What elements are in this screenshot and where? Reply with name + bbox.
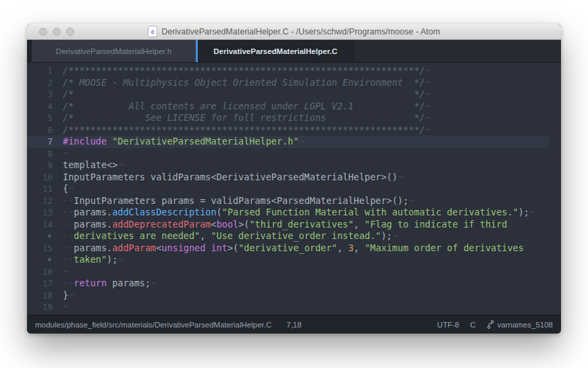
- zoom-button[interactable]: [66, 28, 74, 36]
- minimize-button[interactable]: [53, 28, 61, 36]
- tab-header-file[interactable]: DerivativeParsedMaterialHelper.h: [32, 40, 196, 62]
- code-text: ··InputParameters params = validParams<P…: [63, 195, 561, 207]
- tab-bar-empty-area: [353, 40, 561, 62]
- tab-source-file[interactable]: DerivativeParsedMaterialHelper.C: [198, 40, 353, 62]
- code-text: /* */¬: [63, 88, 561, 101]
- line-number: 15: [27, 242, 63, 255]
- status-bar: modules/phase_field/src/materials/Deriva…: [27, 315, 561, 334]
- eol-invisible: ¬: [408, 195, 414, 206]
- eol-invisible: ¬: [425, 101, 430, 111]
- code-text: template<>¬: [63, 159, 561, 172]
- line-number: 4: [27, 101, 63, 113]
- code-row[interactable]: 15··params.addParam<unsigned int>("deriv…: [27, 242, 561, 255]
- code-text: InputParameters validParams<DerivativePa…: [63, 172, 561, 184]
- eol-invisible: ¬: [425, 77, 430, 88]
- eol-invisible: ¬: [398, 172, 403, 182]
- code-text: /***************************************…: [63, 124, 561, 136]
- encoding-selector[interactable]: UTF-8: [437, 321, 460, 329]
- eol-invisible: ¬: [299, 136, 304, 147]
- git-branch-icon: [487, 319, 494, 330]
- code-text: ¬: [63, 148, 561, 160]
- eol-invisible: ¬: [68, 183, 74, 194]
- eol-invisible: ¬: [151, 278, 156, 288]
- code-row[interactable]: 4/* All contents are licensed under LGPL…: [27, 101, 561, 113]
- line-number: 9: [27, 159, 63, 172]
- branch-name: varnames_5108: [498, 321, 553, 329]
- code-row[interactable]: 11{¬: [27, 183, 561, 195]
- soft-wrap-indicator: ●: [27, 254, 63, 266]
- code-lines: 1/**************************************…: [27, 65, 561, 313]
- tab-label: DerivativeParsedMaterialHelper.C: [213, 47, 337, 55]
- code-text: ··derivatives are needed", "Use derivati…: [63, 230, 561, 242]
- code-row[interactable]: 14··params.addDeprecatedParam<bool>("thi…: [27, 219, 561, 231]
- git-branch-status[interactable]: varnames_5108: [487, 319, 553, 330]
- eol-invisible: ¬: [392, 230, 398, 241]
- code-row[interactable]: 9template<>¬: [27, 159, 561, 172]
- code-text: /* See LICENSE for full restrictions */¬: [63, 112, 561, 124]
- code-text: ··params.addParam<unsigned int>("derivat…: [63, 242, 561, 255]
- document-icon: c: [148, 26, 157, 37]
- eol-invisible: ¬: [529, 207, 535, 217]
- eol-invisible: ¬: [425, 65, 430, 76]
- code-row[interactable]: 5/* See LICENSE for full restrictions */…: [27, 112, 561, 124]
- line-number: 18: [27, 290, 63, 302]
- code-row-wrapped[interactable]: ●··taken");¬: [27, 254, 561, 266]
- eol-invisible: ¬: [117, 159, 123, 170]
- line-number: 6: [27, 124, 63, 136]
- code-editor[interactable]: 1/**************************************…: [27, 63, 561, 315]
- code-text: ¬: [63, 301, 561, 313]
- line-number: 1: [27, 65, 63, 77]
- eol-invisible: ¬: [425, 88, 430, 99]
- line-number: 13: [27, 207, 63, 219]
- code-text: ¬: [63, 266, 561, 278]
- eol-invisible: ¬: [425, 124, 430, 135]
- code-row[interactable]: 2/* MOOSE - Multiphysics Object Oriented…: [27, 77, 561, 89]
- code-row[interactable]: 18}¬: [27, 290, 561, 302]
- code-text: /* All contents are licensed under LGPL …: [63, 101, 561, 113]
- code-row[interactable]: 13··params.addClassDescription("Parsed F…: [27, 207, 561, 219]
- window-title: c DerivativeParsedMaterialHelper.C - /Us…: [148, 26, 440, 37]
- code-row[interactable]: 10InputParameters validParams<Derivative…: [27, 172, 561, 184]
- eol-invisible: ¬: [63, 148, 68, 159]
- window-title-text: DerivativeParsedMaterialHelper.C - /User…: [161, 27, 440, 36]
- file-path[interactable]: modules/phase_field/src/materials/Deriva…: [35, 321, 271, 329]
- line-number: 17: [27, 278, 63, 290]
- line-number: 19: [27, 301, 63, 313]
- code-text: }¬: [63, 290, 561, 302]
- eol-invisible: ¬: [117, 254, 123, 265]
- eol-invisible: ¬: [63, 266, 68, 277]
- code-row-wrapped[interactable]: ●··derivatives are needed", "Use derivat…: [27, 230, 561, 242]
- titlebar[interactable]: c DerivativeParsedMaterialHelper.C - /Us…: [27, 24, 561, 40]
- code-text: /***************************************…: [63, 65, 561, 77]
- code-row[interactable]: 1/**************************************…: [27, 65, 561, 77]
- code-row[interactable]: 19¬: [27, 301, 561, 313]
- cursor-position[interactable]: 7,18: [286, 321, 301, 329]
- code-row[interactable]: 3/* */¬: [27, 88, 561, 101]
- tab-bar: DerivativeParsedMaterialHelper.h Derivat…: [27, 40, 561, 63]
- tab-label: DerivativeParsedMaterialHelper.h: [56, 47, 171, 55]
- status-left: modules/phase_field/src/materials/Deriva…: [35, 321, 302, 329]
- code-row[interactable]: 6/**************************************…: [27, 124, 561, 136]
- code-row[interactable]: 7#include "DerivativeParsedMaterialHelpe…: [27, 136, 561, 148]
- code-text: {¬: [63, 183, 561, 195]
- code-row[interactable]: 17··return params;¬: [27, 278, 561, 290]
- grammar-selector[interactable]: C: [470, 321, 475, 329]
- code-row[interactable]: 12··InputParameters params = validParams…: [27, 195, 561, 207]
- line-number: 5: [27, 112, 63, 124]
- window-controls: [39, 24, 74, 39]
- close-button[interactable]: [39, 28, 47, 36]
- line-number: 10: [27, 172, 63, 184]
- line-number: 7: [27, 136, 63, 148]
- line-number: 14: [27, 219, 63, 231]
- code-row[interactable]: 8¬: [27, 148, 561, 160]
- code-text: ··params.addClassDescription("Parsed Fun…: [63, 207, 561, 219]
- code-text: ··taken");¬: [63, 254, 561, 266]
- status-right: UTF-8 C varnames_5108: [437, 319, 553, 330]
- code-row[interactable]: 16¬: [27, 266, 561, 278]
- line-number: 3: [27, 88, 63, 101]
- code-text: /* MOOSE - Multiphysics Object Oriented …: [63, 77, 561, 89]
- atom-window: c DerivativeParsedMaterialHelper.C - /Us…: [27, 24, 561, 334]
- line-number: 2: [27, 77, 63, 89]
- line-number: 8: [27, 148, 63, 160]
- line-number: 11: [27, 183, 63, 195]
